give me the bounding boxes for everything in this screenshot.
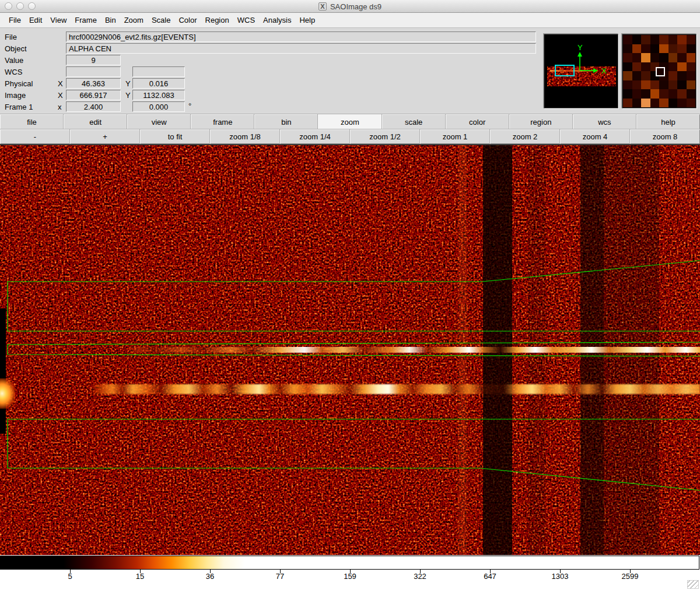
image-x-label: X — [58, 91, 63, 100]
menu-item-zoom[interactable]: Zoom — [120, 13, 148, 27]
region-overlays[interactable] — [0, 145, 700, 555]
colorbar-tick-label: 15 — [136, 572, 144, 581]
menu-item-frame[interactable]: Frame — [71, 13, 101, 27]
toolbar-category-button-wcs[interactable]: wcs — [573, 114, 636, 129]
magnifier-pixel — [687, 62, 696, 72]
image-y-label: Y — [125, 91, 131, 100]
image-canvas[interactable] — [0, 145, 700, 555]
magnifier-pixel — [668, 71, 678, 80]
magnifier-pixel — [641, 71, 650, 80]
magnifier-pixel — [650, 53, 660, 62]
magnifier-pixel — [677, 80, 687, 90]
background-region-lower[interactable] — [8, 419, 700, 490]
menu-item-wcs[interactable]: WCS — [233, 13, 259, 27]
colorbar-tick-label: 647 — [484, 572, 496, 581]
magnifier-pixel — [623, 44, 632, 54]
toolbar-category-button-color[interactable]: color — [446, 114, 509, 129]
wcs-y-field[interactable] — [132, 66, 185, 77]
frame-label: Frame 1 — [5, 103, 33, 111]
colorbar-panel: 515367715932264713032599 — [0, 555, 700, 590]
menu-item-analysis[interactable]: Analysis — [259, 13, 295, 27]
magnifier-pixel — [632, 89, 642, 99]
zoom-action-button-blank[interactable]: - — [0, 129, 70, 144]
menu-item-edit[interactable]: Edit — [25, 13, 46, 27]
magnifier-pixel — [632, 35, 642, 44]
frame-rotation-field[interactable]: 0.000 — [132, 101, 185, 112]
image-y-field[interactable]: 1132.083 — [132, 90, 185, 100]
toolbar-category-button-view[interactable]: view — [127, 114, 191, 129]
magnifier-pixel — [641, 35, 650, 44]
source-region-box[interactable] — [8, 342, 700, 356]
colorbar-tick-label: 322 — [414, 572, 426, 581]
magnifier-pixel — [632, 53, 642, 62]
menu-item-bin[interactable]: Bin — [101, 13, 120, 27]
menu-item-view[interactable]: View — [46, 13, 71, 27]
toolbar-category-button-help[interactable]: help — [636, 114, 700, 129]
magnifier-pixel — [668, 89, 678, 99]
physical-x-field[interactable]: 46.363 — [66, 78, 121, 89]
image-x-field[interactable]: 666.917 — [66, 90, 121, 100]
toolbar-category-button-zoom[interactable]: zoom — [318, 114, 382, 129]
magnifier-pixel — [659, 89, 668, 99]
toolbar-category-button-frame[interactable]: frame — [191, 114, 254, 129]
frame-row: Frame 1 x 2.400 0.000 ° — [0, 101, 542, 113]
file-row: File hrcf00029N006_evt2.fits.gz[EVENTS] — [0, 31, 542, 43]
menu-item-color[interactable]: Color — [174, 13, 201, 27]
magnifier-pixel — [677, 62, 687, 72]
colorbar-gradient[interactable] — [0, 556, 699, 570]
resize-grip[interactable] — [687, 580, 699, 589]
magnifier-pixel — [641, 89, 650, 99]
zoom-action-button-zoom-1-8[interactable]: zoom 1/8 — [210, 129, 280, 144]
magnifier-pixel — [623, 80, 632, 90]
magnifier-pixel — [641, 44, 650, 54]
magnifier-pixel — [687, 80, 696, 90]
panner-y-axis-label: Y — [578, 43, 583, 52]
zoom-action-button-zoom-4[interactable]: zoom 4 — [560, 129, 630, 144]
image-label: Image — [5, 91, 26, 100]
toolbar-category-button-scale[interactable]: scale — [382, 114, 446, 129]
zoom-action-button-to-fit[interactable]: to fit — [140, 129, 210, 144]
magnifier-pixel — [687, 53, 696, 62]
physical-y-field[interactable]: 0.016 — [132, 78, 185, 89]
magnifier-pixel — [659, 35, 668, 44]
colorbar-tick-label: 77 — [276, 572, 284, 581]
magnifier-pixel — [650, 80, 660, 90]
menu-item-help[interactable]: Help — [295, 13, 319, 27]
toolbar-category-button-edit[interactable]: edit — [64, 114, 127, 129]
wcs-x-field[interactable] — [66, 66, 121, 77]
physical-row: Physical X 46.363 Y 0.016 — [0, 78, 542, 90]
panner[interactable]: Y X — [544, 34, 618, 108]
zoom-action-button-zoom-8[interactable]: zoom 8 — [630, 129, 700, 144]
zoom-action-button-zoom-2[interactable]: zoom 2 — [490, 129, 560, 144]
magnifier-pixel — [650, 99, 660, 108]
magnifier-pixel — [668, 44, 678, 54]
toolbar-categories: fileeditviewframebinzoomscalecolorregion… — [0, 114, 700, 129]
magnifier-pixel — [668, 99, 678, 108]
menu-item-file[interactable]: File — [5, 13, 25, 27]
menu-item-scale[interactable]: Scale — [148, 13, 175, 27]
value-field[interactable]: 9 — [66, 55, 121, 65]
frame-zoom-field[interactable]: 2.400 — [66, 101, 121, 112]
object-value-field[interactable]: ALPHA CEN — [66, 43, 536, 54]
zoom-action-button-zoom-1-2[interactable]: zoom 1/2 — [350, 129, 420, 144]
menu-item-region[interactable]: Region — [201, 13, 233, 27]
magnifier-pixel — [668, 53, 678, 62]
title-bar: X SAOImage ds9 — [0, 0, 700, 13]
colorbar-tick-label: 5 — [68, 572, 72, 581]
toolbar-category-button-region[interactable]: region — [509, 114, 573, 129]
toolbar-zoom-actions: -+to fitzoom 1/8zoom 1/4zoom 1/2zoom 1zo… — [0, 129, 700, 144]
toolbar-category-button-file[interactable]: file — [0, 114, 64, 129]
magnifier-pixel — [641, 53, 650, 62]
magnifier-pixel — [623, 89, 632, 99]
background-region-upper[interactable] — [8, 261, 700, 331]
zoom-action-button-zoom-1-4[interactable]: zoom 1/4 — [280, 129, 350, 144]
toolbar-category-button-bin[interactable]: bin — [254, 114, 318, 129]
object-row: Object ALPHA CEN — [0, 43, 542, 55]
magnifier-pixel — [687, 99, 696, 108]
zoom-action-button-zoom-1[interactable]: zoom 1 — [420, 129, 490, 144]
file-value-field[interactable]: hrcf00029N006_evt2.fits.gz[EVENTS] — [66, 31, 536, 42]
magnifier-pixel — [623, 99, 632, 108]
magnifier-cursor-box — [656, 67, 665, 76]
colorbar-tick-label: 36 — [206, 572, 214, 581]
zoom-action-button-blank[interactable]: + — [70, 129, 140, 144]
